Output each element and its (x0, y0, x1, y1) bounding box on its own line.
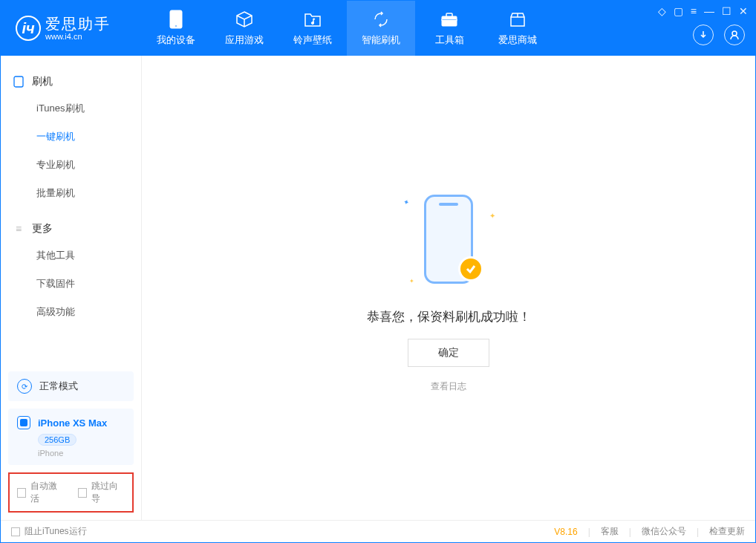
tab-label: 我的设备 (157, 33, 195, 47)
success-illustration: ✦ ✦ ✦ (393, 183, 504, 295)
toolbox-icon (440, 10, 459, 29)
sidebar: 刷机 iTunes刷机 一键刷机 专业刷机 批量刷机 ≡ 更多 其他工具 下载固… (1, 56, 142, 520)
tab-my-device[interactable]: 我的设备 (142, 1, 210, 56)
tshirt-icon[interactable]: ◇ (658, 5, 666, 17)
phone-icon (166, 10, 186, 29)
user-button[interactable] (724, 25, 745, 45)
feedback-icon[interactable]: ▢ (674, 5, 683, 17)
sidebar-group-title: 刷机 (32, 75, 53, 88)
maximize-button[interactable]: ☐ (722, 5, 731, 17)
main-tabs: 我的设备 应用游戏 铃声壁纸 智能刷机 工具箱 爱思商城 (142, 1, 552, 56)
device-storage: 256GB (38, 434, 76, 446)
tab-smart-flash[interactable]: 智能刷机 (347, 1, 415, 56)
app-name: 爱思助手 (45, 16, 111, 32)
main-content: ✦ ✦ ✦ 恭喜您，保资料刷机成功啦！ 确定 查看日志 (142, 56, 755, 520)
sidebar-item-batch-flash[interactable]: 批量刷机 (1, 179, 141, 207)
download-button[interactable] (693, 25, 714, 45)
status-bar: 阻止iTunes运行 V8.16 | 客服 | 微信公众号 | 检查更新 (1, 520, 755, 542)
sidebar-item-download-firmware[interactable]: 下载固件 (1, 270, 141, 298)
support-link[interactable]: 客服 (601, 525, 619, 538)
checkbox-block-itunes[interactable]: 阻止iTunes运行 (11, 525, 87, 538)
refresh-icon (371, 10, 391, 29)
sidebar-item-other-tools[interactable]: 其他工具 (1, 241, 141, 270)
checkbox-label: 阻止iTunes运行 (25, 525, 87, 538)
sidebar-item-oneclick-flash[interactable]: 一键刷机 (1, 123, 141, 151)
version-label: V8.16 (554, 527, 577, 537)
svg-rect-4 (446, 13, 452, 17)
store-icon (508, 10, 527, 29)
view-log-link[interactable]: 查看日志 (431, 380, 466, 393)
device-card[interactable]: iPhone XS Max 256GB iPhone (8, 409, 134, 465)
titlebar: iч 爱思助手 www.i4.cn 我的设备 应用游戏 铃声壁纸 智能刷机 工具… (1, 1, 755, 56)
sidebar-group-title: 更多 (32, 222, 53, 235)
sidebar-group-more: ≡ 更多 (1, 216, 141, 241)
svg-point-7 (732, 31, 737, 36)
tab-label: 铃声壁纸 (293, 33, 332, 47)
success-message: 恭喜您，保资料刷机成功啦！ (367, 308, 531, 325)
menu-icon[interactable]: ≡ (691, 5, 697, 17)
ok-button[interactable]: 确定 (408, 339, 489, 367)
tab-label: 智能刷机 (362, 33, 400, 47)
device-outline-icon (13, 76, 25, 88)
options-highlight-box: 自动激活 跳过向导 (8, 472, 134, 513)
svg-point-2 (311, 22, 313, 24)
device-type: iPhone (38, 449, 125, 458)
mode-icon: ⟳ (17, 379, 32, 394)
tab-apps[interactable]: 应用游戏 (210, 1, 278, 56)
mode-label: 正常模式 (39, 380, 78, 393)
sidebar-item-advanced[interactable]: 高级功能 (1, 298, 141, 326)
check-update-link[interactable]: 检查更新 (709, 525, 745, 538)
app-logo: iч 爱思助手 www.i4.cn (1, 16, 142, 41)
device-name: iPhone XS Max (38, 417, 107, 429)
mode-card[interactable]: ⟳ 正常模式 (8, 371, 134, 401)
svg-rect-8 (14, 77, 23, 87)
sidebar-item-pro-flash[interactable]: 专业刷机 (1, 151, 141, 179)
sidebar-group-flash: 刷机 (1, 69, 141, 94)
checkmark-icon (458, 256, 483, 282)
cube-icon (235, 10, 254, 29)
checkbox-label: 跳过向导 (91, 480, 125, 505)
app-domain: www.i4.cn (45, 32, 111, 41)
close-button[interactable]: ✕ (739, 5, 748, 17)
svg-rect-3 (442, 16, 457, 26)
music-folder-icon (303, 10, 322, 29)
tab-label: 爱思商城 (498, 33, 537, 47)
checkbox-auto-activate[interactable]: 自动激活 (17, 480, 65, 505)
tab-ringtones[interactable]: 铃声壁纸 (278, 1, 347, 56)
tab-label: 工具箱 (435, 33, 464, 47)
wechat-link[interactable]: 微信公众号 (642, 525, 686, 538)
minimize-button[interactable]: — (704, 5, 714, 17)
logo-icon: iч (16, 16, 41, 41)
tab-store[interactable]: 爱思商城 (483, 1, 552, 56)
checkbox-label: 自动激活 (30, 480, 64, 505)
device-icon (17, 416, 30, 429)
tab-toolbox[interactable]: 工具箱 (415, 1, 483, 56)
window-controls-top: ◇ ▢ ≡ — ☐ ✕ (658, 5, 748, 17)
svg-point-1 (175, 25, 177, 27)
sidebar-item-itunes-flash[interactable]: iTunes刷机 (1, 94, 141, 123)
tab-label: 应用游戏 (225, 33, 264, 47)
list-icon: ≡ (13, 223, 25, 235)
svg-rect-5 (442, 19, 457, 21)
checkbox-skip-guide[interactable]: 跳过向导 (78, 480, 126, 505)
